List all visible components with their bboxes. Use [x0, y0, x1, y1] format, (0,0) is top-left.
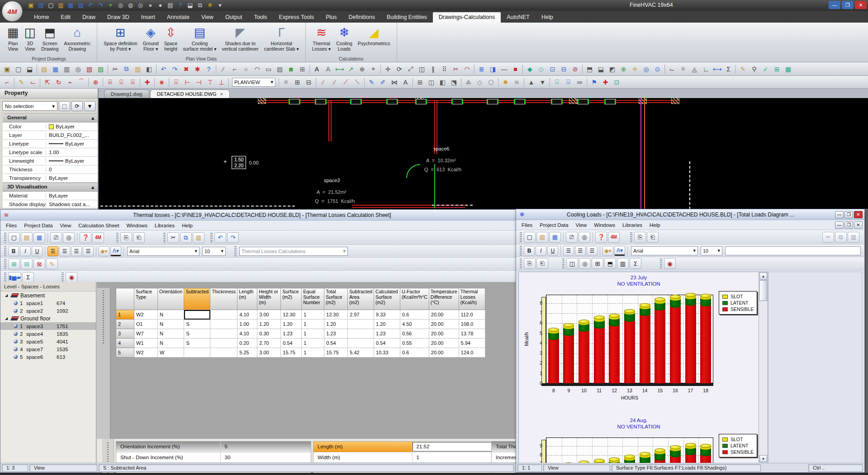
property-value[interactable]: ByLayer: [46, 124, 98, 129]
ribbon-item[interactable]: ◢Psychrometrics: [355, 24, 393, 47]
tri1-icon[interactable]: ▲: [526, 77, 537, 88]
print-icon[interactable]: ⎚: [566, 232, 578, 243]
cube1-icon[interactable]: ⟁: [463, 77, 474, 88]
drawing-tab[interactable]: Drawing1.dwg: [104, 89, 149, 98]
property-row[interactable]: LineweightByLayer: [3, 157, 98, 165]
wall2-icon[interactable]: ⌹: [116, 77, 127, 88]
open-icon[interactable]: ▤: [38, 64, 50, 75]
property-row[interactable]: Linetype scale1.00: [3, 148, 98, 157]
table-row[interactable]: 2O1NS1.001.201.2011.201.204.5020.00108.0: [116, 320, 485, 329]
thermal-titlebar[interactable]: ≋ Thermal losses - [C:\FINE19_HVAC\CALC\…: [0, 210, 516, 221]
grid-cell[interactable]: 20.00: [429, 348, 459, 357]
tab-plus[interactable]: Plus: [320, 12, 342, 23]
snap-icon[interactable]: ◬: [689, 64, 700, 75]
locate-space-icon[interactable]: ◉: [664, 258, 676, 269]
cooling-maximize-button[interactable]: ❐: [844, 211, 853, 218]
param-row[interactable]: Shut - Down Increment (%)30: [116, 452, 311, 462]
scroll-thumb[interactable]: [759, 280, 767, 301]
grid-cell[interactable]: 2.70: [257, 339, 281, 348]
grid-header[interactable]: [116, 288, 134, 310]
grid-cell[interactable]: 15.75: [324, 348, 348, 357]
layer-prev-icon[interactable]: ◨: [487, 64, 498, 75]
slope-icon[interactable]: ✚: [142, 77, 153, 88]
dim7-icon[interactable]: ⌒: [76, 77, 87, 88]
grid-cell[interactable]: [348, 329, 374, 339]
insert-icon[interactable]: ⊟: [558, 64, 569, 75]
grid-icon[interactable]: ⌗: [678, 64, 689, 75]
bold-button[interactable]: B: [524, 246, 535, 256]
redo-icon[interactable]: ↷: [169, 64, 180, 75]
save-icon[interactable]: ▦: [66, 1, 76, 9]
grid-header[interactable]: Height or Width (m): [257, 288, 281, 310]
property-value[interactable]: 1.00: [46, 150, 98, 155]
opening5-icon[interactable]: ⊥: [216, 77, 227, 88]
pen6-icon[interactable]: ✐: [377, 77, 389, 88]
open-icon[interactable]: ▤: [536, 232, 548, 243]
pane1-icon[interactable]: ⊞: [414, 77, 426, 88]
grid-cell[interactable]: 5.42: [348, 348, 374, 357]
plot-icon[interactable]: ▥: [61, 64, 72, 75]
grid3-icon[interactable]: ⊞: [292, 77, 303, 88]
paste-sheet-icon[interactable]: ⎗: [536, 258, 548, 269]
grid-cell[interactable]: 0.6: [400, 310, 429, 320]
tab-help[interactable]: Help: [536, 12, 559, 23]
grid-cell[interactable]: 0.55: [400, 339, 429, 348]
property-row[interactable]: ColorByLayer: [3, 122, 98, 131]
grid-cell[interactable]: W1: [134, 339, 158, 348]
minimize-button[interactable]: —: [829, 1, 840, 9]
copy-sheet-icon[interactable]: ⎘: [120, 232, 132, 243]
mdi-minimize-button[interactable]: —: [835, 221, 844, 229]
tab-home[interactable]: Home: [28, 12, 55, 23]
paste-icon[interactable]: ▥: [132, 64, 143, 75]
bold-button[interactable]: B: [8, 246, 19, 256]
help-book-icon[interactable]: ❓: [80, 232, 91, 243]
grid-header[interactable]: Thermal Losses (Kcal/h): [459, 288, 485, 310]
grid-cell[interactable]: 20.00: [429, 310, 459, 320]
target-icon[interactable]: ⊕: [90, 77, 101, 88]
pen3-icon[interactable]: ⟋: [340, 77, 351, 88]
grid-cell[interactable]: 2.97: [348, 310, 374, 320]
zoomw-icon[interactable]: ◎: [640, 64, 652, 75]
tree-node-space[interactable]: 1space31751: [0, 322, 96, 330]
align-right-button[interactable]: ☰: [71, 246, 82, 256]
bld-badge-icon[interactable]: ▣: [26, 1, 36, 9]
flag2-icon[interactable]: ✚: [600, 77, 611, 88]
align-center-button[interactable]: ☰: [59, 246, 70, 256]
italic-button[interactable]: I: [20, 246, 31, 256]
qat-caret-icon[interactable]: ▾: [215, 1, 225, 9]
quick-select-icon[interactable]: ⟳: [71, 101, 83, 111]
tool4-icon[interactable]: ⊞: [771, 64, 783, 75]
save-icon[interactable]: ▦: [50, 64, 61, 75]
axo-icon[interactable]: ⋈: [389, 77, 400, 88]
wall1-icon[interactable]: ⌸: [104, 77, 116, 88]
tab-express-tools[interactable]: Express Tools: [273, 12, 320, 23]
grid-cell[interactable]: 20.00: [429, 339, 459, 348]
dim5-icon[interactable]: ↻: [53, 77, 64, 88]
shade-icon[interactable]: ◩: [607, 64, 618, 75]
grid-cell[interactable]: 1.20: [324, 320, 348, 329]
menu-files[interactable]: Files: [518, 221, 536, 229]
match-icon[interactable]: ◧: [143, 64, 155, 75]
property-value[interactable]: ByLayer: [46, 141, 98, 146]
grid-cell[interactable]: N: [158, 320, 184, 329]
grid-cell[interactable]: 10.33: [374, 348, 400, 357]
grid-cell[interactable]: 1.00: [237, 320, 257, 329]
explode-icon[interactable]: ✱: [192, 64, 203, 75]
grid-cell[interactable]: 0.54: [324, 339, 348, 348]
copy-sheet-icon[interactable]: ⎘: [634, 232, 646, 243]
color-icon[interactable]: ■: [510, 64, 521, 75]
grid-cell[interactable]: 15.75: [281, 348, 302, 357]
copy-icon[interactable]: ⧉: [835, 232, 847, 243]
property-row[interactable]: Shadow displayShadows cast a...: [3, 200, 98, 209]
section-header[interactable]: 3D Visualisation▴: [3, 183, 98, 192]
grid-cell[interactable]: 0.20: [237, 339, 257, 348]
cube2-icon[interactable]: ◇: [474, 77, 485, 88]
ribbon-item[interactable]: ▦Plan View: [5, 24, 22, 52]
grid-cell[interactable]: N: [158, 339, 184, 348]
chart-icon[interactable]: ▮▅▰: [8, 272, 21, 283]
grid-cell[interactable]: W: [158, 348, 184, 357]
tool3-icon[interactable]: ✓: [760, 64, 771, 75]
grid-cell[interactable]: 1.20: [374, 320, 400, 329]
menu-help[interactable]: Help: [646, 221, 664, 229]
filter-icon[interactable]: ▼: [84, 101, 95, 111]
